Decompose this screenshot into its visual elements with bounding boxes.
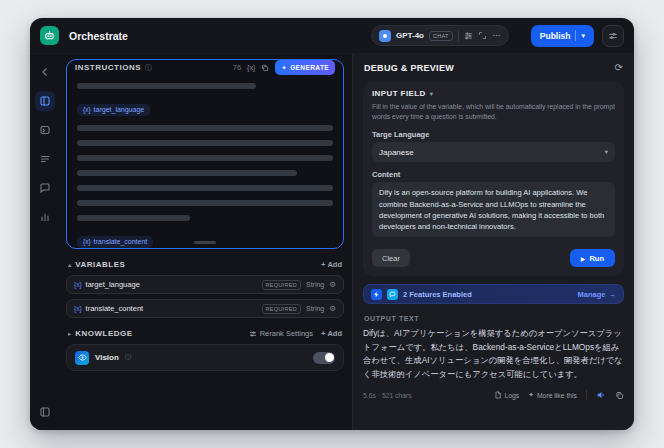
output-text: Difyは、AIアプリケーションを構築するためのオープンソースプラットフォームで… [363, 327, 624, 381]
sidebar-item-preview[interactable] [35, 120, 55, 140]
variable-settings-icon[interactable]: ⚙ [329, 304, 336, 313]
toggle-knob [325, 353, 334, 362]
info-icon: ⓘ [145, 63, 152, 73]
token-icon: {x} [74, 281, 82, 288]
skeleton-line [77, 125, 333, 131]
skeleton-line [77, 140, 333, 146]
variable-settings-icon[interactable]: ⚙ [329, 280, 336, 289]
actions-divider [586, 390, 587, 400]
chevron-right-icon[interactable]: ▸ [68, 330, 71, 338]
model-expand-icon[interactable] [478, 31, 487, 40]
sidebar-item-annotations[interactable] [35, 178, 55, 198]
prompt-text-area[interactable]: {x} target_language { [67, 75, 343, 263]
input-field-title: INPUT FIELD [372, 89, 426, 98]
vision-label: Vision [95, 353, 119, 362]
run-label: Run [589, 254, 604, 263]
publish-button[interactable]: Publish ▾ [531, 25, 594, 47]
clear-button[interactable]: Clear [372, 249, 410, 267]
skeleton-line [77, 215, 190, 221]
rerank-settings-button[interactable]: Rerank Settings [249, 329, 313, 338]
logs-button[interactable]: Logs [494, 391, 520, 399]
variable-row-target-language[interactable]: {x} target_language REQUIRED String ⚙ [66, 275, 344, 294]
output-footer: 5.6s · 521 chars Logs ✦ More like this [363, 390, 624, 400]
debug-preview-column: DEBUG & PREVIEW ⟳ INPUT FIELD ▾ Fill in … [352, 54, 634, 430]
desktop-background: Orchestrate GPT-4o CHAT [0, 0, 664, 448]
model-selector[interactable]: GPT-4o CHAT [371, 25, 509, 46]
skeleton-line [77, 155, 333, 161]
model-name: GPT-4o [396, 31, 424, 40]
title-bar: Orchestrate GPT-4o CHAT [30, 18, 634, 54]
app-logo-icon [40, 26, 59, 45]
input-field-description: Fill in the value of the variable, which… [372, 102, 615, 122]
debug-header: DEBUG & PREVIEW ⟳ [364, 63, 623, 73]
variable-row-translate-content[interactable]: {x} translate_content REQUIRED String ⚙ [66, 299, 344, 318]
manage-label: Manage [578, 290, 606, 299]
app-shell: INSTRUCTIONS ⓘ 76 {x} ✦ GENERATE [30, 54, 634, 430]
model-params-icon[interactable] [464, 31, 473, 40]
output-meta: 5.6s · 521 chars [363, 392, 412, 399]
variable-type[interactable]: String [306, 281, 324, 288]
copy-output-icon[interactable] [615, 391, 624, 400]
variable-chip-target-language[interactable]: {x} target_language [77, 104, 150, 116]
rerank-label: Rerank Settings [260, 329, 313, 338]
sparkle-icon: ✦ [528, 391, 534, 399]
content-label: Content [372, 170, 615, 179]
pill-divider [458, 31, 459, 41]
copy-icon[interactable] [261, 64, 269, 72]
play-icon: ▶ [581, 255, 586, 262]
run-button[interactable]: ▶ Run [570, 249, 615, 267]
debug-title: DEBUG & PREVIEW [364, 63, 454, 73]
instructions-tools: 76 {x} ✦ GENERATE [233, 60, 335, 75]
char-count: 76 [233, 63, 241, 72]
sidebar-item-orchestrate[interactable] [35, 91, 55, 111]
arrow-right-icon: → [609, 290, 617, 299]
target-language-label: Targe Language [372, 130, 615, 139]
vision-icon [75, 351, 89, 365]
generate-button[interactable]: ✦ GENERATE [275, 60, 335, 75]
manage-features-link[interactable]: Manage → [578, 290, 616, 299]
input-field-header[interactable]: INPUT FIELD ▾ [372, 89, 615, 98]
sparkle-icon: ✦ [281, 64, 287, 72]
required-badge: REQUIRED [262, 280, 301, 290]
sidebar-item-monitoring[interactable] [35, 207, 55, 227]
plus-icon: + [321, 329, 325, 338]
instructions-card: INSTRUCTIONS ⓘ 76 {x} ✦ GENERATE [66, 59, 344, 249]
variable-name: target_language [86, 280, 140, 289]
app-window: Orchestrate GPT-4o CHAT [30, 18, 634, 430]
speaker-icon[interactable] [596, 390, 606, 400]
vision-feature-card: Vision ⓘ [66, 344, 344, 371]
back-icon[interactable] [35, 62, 55, 82]
chevron-down-icon: ▾ [605, 148, 608, 156]
target-language-select[interactable]: Japanese ▾ [372, 142, 615, 162]
required-badge: REQUIRED [262, 304, 301, 314]
select-value: Japanese [379, 148, 414, 157]
insert-variable-icon[interactable]: {x} [247, 64, 255, 71]
logs-label: Logs [505, 392, 520, 399]
left-nav-rail [30, 54, 60, 430]
add-knowledge-button[interactable]: + Add [321, 329, 342, 338]
features-label: 2 Features Enabled [403, 290, 472, 299]
app-settings-button[interactable] [602, 25, 624, 47]
refresh-icon[interactable]: ⟳ [615, 63, 623, 73]
token-icon: {x} [74, 305, 82, 312]
collapse-panel-icon[interactable] [35, 402, 55, 422]
prompt-editor-column: INSTRUCTIONS ⓘ 76 {x} ✦ GENERATE [60, 54, 352, 430]
instructions-title: INSTRUCTIONS [75, 63, 141, 72]
publish-label: Publish [540, 31, 571, 41]
feature-icon-1 [371, 289, 382, 300]
variable-chip-translate-content[interactable]: {x} translate_content [77, 236, 153, 248]
features-enabled-bar[interactable]: 2 Features Enabled Manage → [363, 284, 624, 304]
knowledge-title: KNOWLEDGE [75, 329, 132, 338]
model-more-icon[interactable] [492, 31, 501, 40]
knowledge-header: ▸ KNOWLEDGE Rerank Settings + Add [68, 329, 342, 338]
content-textarea[interactable]: Dify is an open-source platform for buil… [372, 182, 615, 237]
resize-handle[interactable] [194, 241, 216, 244]
input-buttons-row: Clear ▶ Run [372, 249, 615, 267]
variable-row-meta: REQUIRED String ⚙ [262, 280, 336, 290]
more-label: More like this [537, 392, 577, 399]
sidebar-item-logs[interactable] [35, 149, 55, 169]
more-like-this-button[interactable]: ✦ More like this [528, 391, 577, 399]
skeleton-line [77, 83, 256, 89]
vision-toggle[interactable] [313, 352, 335, 364]
variable-type[interactable]: String [306, 305, 324, 312]
